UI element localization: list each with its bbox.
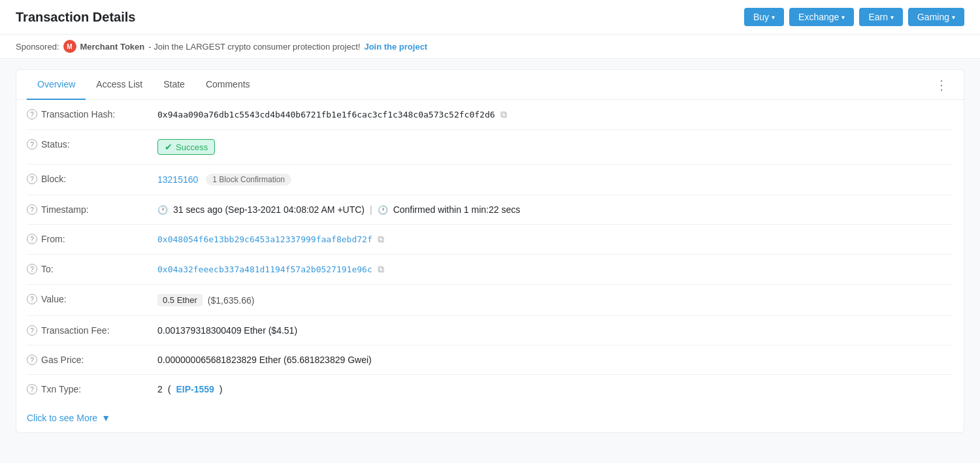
confirmed-clock-icon: 🕐	[378, 205, 388, 215]
tab-state[interactable]: State	[153, 70, 195, 100]
click-more-arrow-icon: ▼	[101, 413, 110, 423]
from-address-link[interactable]: 0x048054f6e13bb29c6453a12337999faaf8ebd7…	[157, 234, 372, 244]
status-label: Status:	[41, 139, 70, 150]
row-value: ? Value: 0.5 Ether ($1,635.66)	[27, 285, 953, 316]
sponsored-brand: Merchant Token	[80, 42, 145, 52]
gas-value: 0.000000065681823829 Ether (65.681823829…	[157, 355, 372, 365]
txn-type-num: 2	[157, 384, 163, 394]
row-block: ? Block: 13215160 1 Block Confirmation	[27, 165, 953, 195]
fee-help-icon[interactable]: ?	[27, 325, 37, 336]
timestamp-value: 31 secs ago (Sep-13-2021 04:08:02 AM +UT…	[173, 204, 365, 215]
fee-label: Transaction Fee:	[41, 325, 110, 336]
tab-comments[interactable]: Comments	[195, 70, 261, 100]
value-help-icon[interactable]: ?	[27, 294, 37, 304]
row-transaction-fee: ? Transaction Fee: 0.001379318300409 Eth…	[27, 316, 953, 345]
status-dot-icon: ✔	[165, 142, 172, 152]
earn-chevron-icon: ▾	[890, 14, 894, 21]
sponsored-link[interactable]: Join the project	[364, 42, 427, 52]
tab-access-list[interactable]: Access List	[86, 70, 153, 100]
status-help-icon[interactable]: ?	[27, 139, 37, 150]
to-copy-icon[interactable]: ⧉	[378, 264, 384, 275]
from-label: From:	[41, 234, 65, 244]
to-label: To:	[41, 264, 54, 274]
tabs-bar: Overview Access List State Comments ⋮	[16, 70, 964, 100]
row-transaction-hash: ? Transaction Hash: 0x94aa090a76db1c5543…	[27, 100, 953, 130]
gaming-button[interactable]: Gaming ▾	[908, 8, 964, 26]
main-card: Overview Access List State Comments ⋮ ? …	[16, 69, 964, 433]
buy-chevron-icon: ▾	[772, 14, 775, 21]
txn-type-help-icon[interactable]: ?	[27, 384, 37, 394]
status-badge: ✔ Success	[157, 139, 215, 155]
row-status: ? Status: ✔ Success	[27, 130, 953, 165]
txn-type-label: Txn Type:	[41, 384, 81, 394]
timestamp-separator: |	[370, 204, 372, 215]
earn-button[interactable]: Earn ▾	[859, 8, 903, 26]
exchange-button[interactable]: Exchange ▾	[789, 8, 854, 26]
sponsored-bar: Sponsored: M Merchant Token - Join the L…	[0, 35, 980, 59]
sponsored-logo: M	[63, 40, 76, 53]
click-more-button[interactable]: Click to see More ▼	[16, 404, 964, 432]
timestamp-label: Timestamp:	[41, 204, 89, 215]
exchange-chevron-icon: ▾	[841, 14, 845, 21]
eip-link[interactable]: EIP-1559	[176, 384, 214, 394]
confirmed-value: Confirmed within 1 min:22 secs	[393, 204, 521, 215]
row-gas-price: ? Gas Price: 0.000000065681823829 Ether …	[27, 345, 953, 375]
block-help-icon[interactable]: ?	[27, 174, 37, 184]
tx-hash-help-icon[interactable]: ?	[27, 109, 37, 120]
tx-hash-label: Transaction Hash:	[41, 109, 115, 120]
row-txn-type: ? Txn Type: 2 (EIP-1559)	[27, 375, 953, 404]
value-amount-badge: 0.5 Ether	[157, 294, 203, 306]
buy-button[interactable]: Buy ▾	[744, 8, 784, 26]
sponsored-description: - Join the LARGEST crypto consumer prote…	[148, 42, 360, 52]
tabs-more-icon[interactable]: ⋮	[930, 72, 953, 98]
row-from: ? From: 0x048054f6e13bb29c6453a12337999f…	[27, 225, 953, 255]
value-label: Value:	[41, 294, 67, 304]
fee-value: 0.001379318300409 Ether ($4.51)	[157, 325, 297, 336]
top-buttons: Buy ▾ Exchange ▾ Earn ▾ Gaming ▾	[744, 8, 964, 26]
row-timestamp: ? Timestamp: 🕐 31 secs ago (Sep-13-2021 …	[27, 195, 953, 225]
timestamp-help-icon[interactable]: ?	[27, 204, 37, 215]
to-address-link[interactable]: 0x04a32feeecb337a481d1194f57a2b0527191e9…	[157, 264, 372, 274]
row-to: ? To: 0x04a32feeecb337a481d1194f57a2b052…	[27, 255, 953, 285]
tx-hash-value: 0x94aa090a76db1c5543cd4b440b6721fb1e1f6c…	[157, 110, 495, 120]
from-help-icon[interactable]: ?	[27, 234, 37, 244]
timestamp-clock-icon: 🕐	[157, 205, 168, 215]
tab-overview[interactable]: Overview	[27, 70, 86, 100]
top-bar: Transaction Details Buy ▾ Exchange ▾ Ear…	[0, 0, 980, 35]
detail-table: ? Transaction Hash: 0x94aa090a76db1c5543…	[16, 100, 964, 404]
block-number-link[interactable]: 13215160	[157, 174, 198, 185]
gas-label: Gas Price:	[41, 355, 84, 365]
sponsored-label: Sponsored:	[16, 42, 59, 52]
gas-help-icon[interactable]: ?	[27, 355, 37, 365]
value-usd: ($1,635.66)	[208, 295, 255, 306]
to-help-icon[interactable]: ?	[27, 264, 37, 274]
gaming-chevron-icon: ▾	[952, 14, 955, 21]
from-copy-icon[interactable]: ⧉	[378, 234, 384, 245]
tx-hash-copy-icon[interactable]: ⧉	[500, 109, 507, 120]
block-confirm-badge: 1 Block Confirmation	[206, 174, 291, 185]
page-title: Transaction Details	[16, 10, 135, 25]
block-label: Block:	[41, 174, 66, 184]
